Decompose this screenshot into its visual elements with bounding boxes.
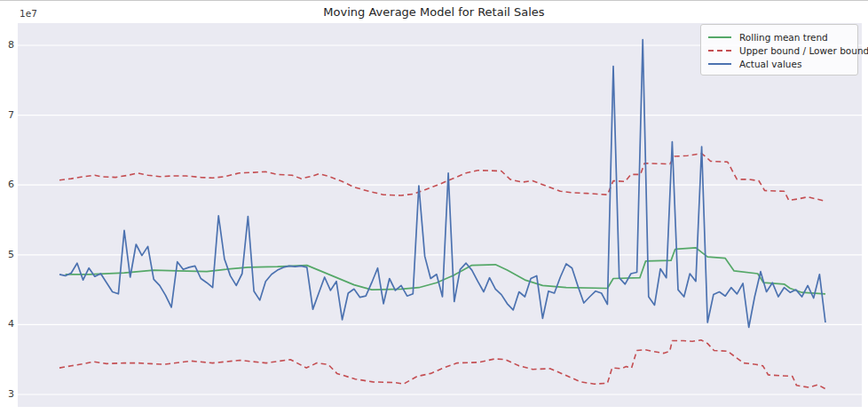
blue-line-sample-icon [708,63,731,65]
legend-label: Upper bound / Lower bound [739,45,868,56]
legend-item-actual: Actual values [708,57,850,70]
y-tick-label-4: 4 [0,318,14,330]
y-tick-label-7: 7 [0,109,14,122]
legend: Rolling mean trend Upper bound / Lower b… [700,24,858,76]
legend-item-rolling-mean: Rolling mean trend [708,30,850,44]
legend-label: Actual values [739,59,801,69]
y-tick-label-3: 3 [0,388,14,401]
axes-background [18,23,862,407]
red-dashed-line-sample-icon [708,50,731,52]
chart-title: Moving Average Model for Retail Sales [323,5,544,19]
y-axis-offset-text: 1e7 [20,8,37,19]
figure: Moving Average Model for Retail Sales 1e… [0,0,868,414]
green-line-sample-icon [708,36,731,38]
y-tick-label-5: 5 [0,249,14,261]
y-tick-label-8: 8 [0,39,14,52]
legend-label: Rolling mean trend [739,32,828,43]
legend-item-bounds: Upper bound / Lower bound [708,44,850,57]
y-tick-label-6: 6 [0,179,14,191]
